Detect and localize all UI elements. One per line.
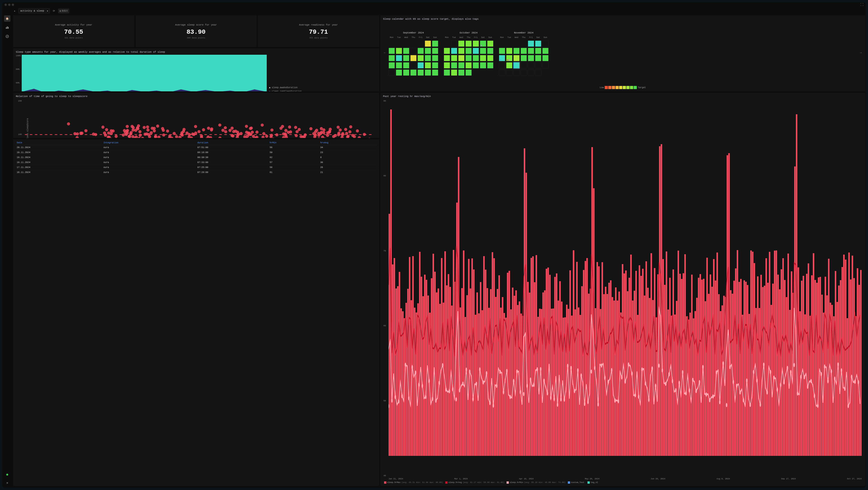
calendar-prev-button[interactable]: ← xyxy=(383,51,387,55)
calendar-day[interactable] xyxy=(396,62,402,68)
hr-chart[interactable] xyxy=(389,100,862,480)
calendar-day[interactable] xyxy=(410,48,416,54)
calendar-day[interactable] xyxy=(528,69,534,76)
area-chart[interactable] xyxy=(22,55,267,91)
hr-legend-item[interactable]: custom_Test xyxy=(568,482,585,484)
calendar-day[interactable] xyxy=(451,55,457,61)
calendar-day[interactable] xyxy=(535,69,541,76)
calendar-day[interactable] xyxy=(513,48,520,54)
calendar-day[interactable] xyxy=(480,55,486,61)
calendar-day[interactable] xyxy=(451,62,457,68)
area-legend-item[interactable]: ▲sleep.remSleepDuration xyxy=(269,90,304,91)
edit-button[interactable]: ⚙ Edit xyxy=(58,8,69,13)
calendar-day[interactable] xyxy=(425,40,431,47)
calendar-day[interactable] xyxy=(506,62,513,68)
scatter-chart[interactable] xyxy=(25,100,374,138)
calendar-day[interactable] xyxy=(487,40,493,47)
calendar-day[interactable] xyxy=(521,48,527,54)
calendar-day[interactable] xyxy=(487,62,493,68)
calendar-day[interactable] xyxy=(425,55,431,61)
maximize-window-icon[interactable] xyxy=(12,4,14,6)
refresh-button[interactable]: ⟳ xyxy=(52,8,56,13)
calendar-day[interactable] xyxy=(410,62,416,68)
table-header[interactable]: Integration xyxy=(102,141,196,145)
calendar-next-button[interactable]: → xyxy=(859,51,863,55)
calendar-day[interactable] xyxy=(542,62,549,68)
calendar-day[interactable] xyxy=(499,69,505,76)
dashboard-select[interactable]: activity & sleep xyxy=(18,8,50,13)
calendar-day[interactable] xyxy=(528,55,534,61)
calendar-day[interactable] xyxy=(506,48,513,54)
calendar-day[interactable] xyxy=(535,55,541,61)
calendar-day[interactable] xyxy=(465,55,472,61)
calendar-day[interactable] xyxy=(473,55,479,61)
calendar-day[interactable] xyxy=(444,55,450,61)
calendar-day[interactable] xyxy=(389,55,395,61)
calendar-day[interactable] xyxy=(521,62,527,68)
hr-legend-item[interactable]: sleep.hrMax (avg: 68.31 min: 61.00 max: … xyxy=(384,482,443,484)
hr-legend-item[interactable]: sleep.hrMin (avg: 55.18 min: 48.00 max: … xyxy=(506,482,565,484)
calendar-day[interactable] xyxy=(535,48,541,54)
calendar-day[interactable] xyxy=(528,62,534,68)
sidebar-settings[interactable]: ⚙ xyxy=(4,480,10,486)
calendar-day[interactable] xyxy=(389,69,395,76)
calendar-day[interactable] xyxy=(417,55,424,61)
calendar-day[interactable] xyxy=(458,55,465,61)
stat-panel[interactable]: Average sleep score for year 83.90 300 d… xyxy=(135,16,257,47)
table-row[interactable]: 19.11.2024oura08:16:005923 xyxy=(16,150,377,155)
calendar-day[interactable] xyxy=(499,48,505,54)
calendar-day[interactable] xyxy=(410,69,416,76)
calendar-day[interactable] xyxy=(432,48,438,54)
table-row[interactable]: 18.11.2024oura07:33:005730 xyxy=(16,160,377,165)
calendar-day[interactable] xyxy=(451,69,457,76)
calendar-day[interactable] xyxy=(487,48,493,54)
table-row[interactable]: 16.11.2024oura07:28:006121 xyxy=(16,170,377,175)
calendar-day[interactable] xyxy=(403,48,409,54)
calendar-day[interactable] xyxy=(506,55,513,61)
area-legend-item[interactable]: ▲sleep.awakeDuration xyxy=(269,86,304,89)
calendar-day[interactable] xyxy=(417,69,424,76)
table-header[interactable]: hrMin xyxy=(268,141,319,145)
calendar-day[interactable] xyxy=(425,69,431,76)
toggle-sidebar-icon[interactable]: ▸ xyxy=(13,8,17,13)
calendar-day[interactable] xyxy=(480,48,486,54)
hr-legend-item[interactable]: tag_sl xyxy=(587,482,599,484)
calendar-day[interactable] xyxy=(444,62,450,68)
calendar-day[interactable] xyxy=(499,62,505,68)
calendar-day[interactable] xyxy=(403,55,409,61)
close-window-icon[interactable] xyxy=(4,4,7,6)
calendar-day[interactable] xyxy=(389,62,395,68)
calendar-day[interactable] xyxy=(432,40,438,47)
table-header[interactable]: hrvAvg xyxy=(319,141,377,145)
calendar-day[interactable] xyxy=(458,62,465,68)
table-row[interactable]: 20.11.2024oura07:51:005634 xyxy=(16,145,377,150)
calendar-day[interactable] xyxy=(444,69,450,76)
calendar-day[interactable] xyxy=(542,40,549,47)
calendar-day[interactable] xyxy=(425,48,431,54)
table-row[interactable]: 18.11.2024oura00:39:30828 xyxy=(16,155,377,160)
calendar-day[interactable] xyxy=(535,62,541,68)
calendar-day[interactable] xyxy=(417,62,424,68)
calendar-day[interactable] xyxy=(465,62,472,68)
calendar-day[interactable] xyxy=(396,55,402,61)
sidebar-check[interactable] xyxy=(4,33,10,40)
calendar-day[interactable] xyxy=(473,62,479,68)
sidebar-status[interactable] xyxy=(4,471,10,478)
calendar-day[interactable] xyxy=(465,40,472,47)
calendar-day[interactable] xyxy=(465,48,472,54)
calendar-day[interactable] xyxy=(444,48,450,54)
calendar-day[interactable] xyxy=(487,55,493,61)
calendar-day[interactable] xyxy=(458,48,465,54)
calendar-day[interactable] xyxy=(389,48,395,54)
calendar-day[interactable] xyxy=(451,40,457,47)
calendar-day[interactable] xyxy=(542,55,549,61)
calendar-day[interactable] xyxy=(403,69,409,76)
calendar-day[interactable] xyxy=(432,55,438,61)
calendar-day[interactable] xyxy=(396,48,402,54)
fullscreen-icon[interactable]: ⛶ xyxy=(860,3,864,6)
calendar-day[interactable] xyxy=(465,69,472,76)
calendar-day[interactable] xyxy=(473,48,479,54)
calendar-day[interactable] xyxy=(528,40,534,47)
stat-panel[interactable]: Average readiness for year 79.71 353 dat… xyxy=(258,16,379,47)
calendar-day[interactable] xyxy=(513,69,520,76)
